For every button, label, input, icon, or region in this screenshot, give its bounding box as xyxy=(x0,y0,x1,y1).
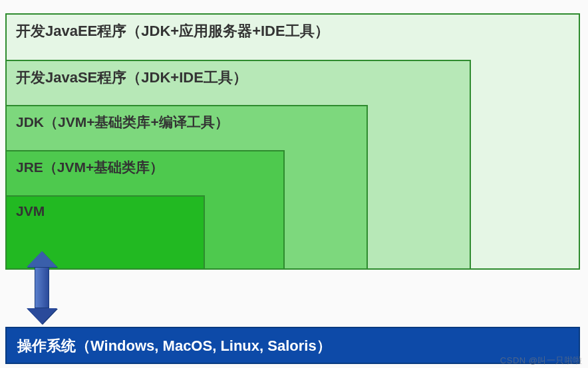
watermark-text: CSDN @叫一只啦啦 xyxy=(500,355,583,367)
bidirectional-arrow-icon xyxy=(27,251,57,324)
layer-os: 操作系统（Windows, MacOS, Linux, Saloris） xyxy=(5,327,580,364)
